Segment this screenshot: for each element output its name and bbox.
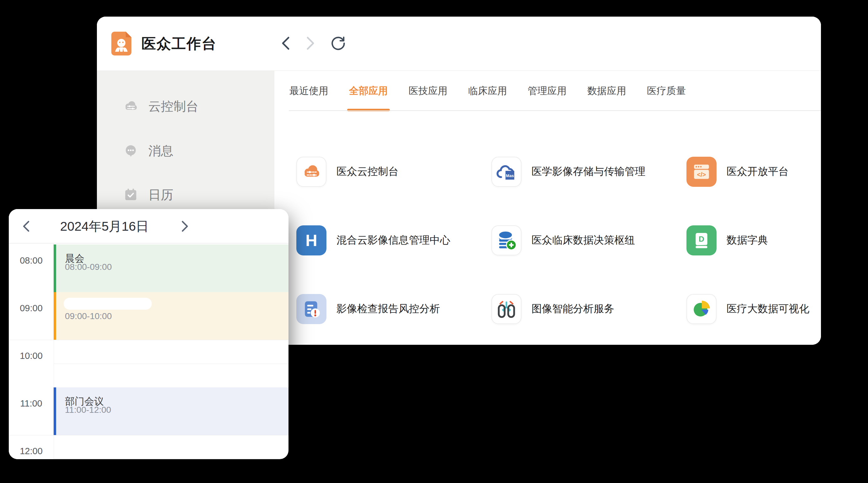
calendar-panel: 2024年5月16日 08:00 09:00 10:00 11:00 12:00…	[9, 209, 288, 459]
sidebar-item-label: 消息	[148, 142, 174, 160]
app-label: 数据字典	[726, 233, 768, 247]
pie-chart-icon	[692, 299, 711, 319]
app-hybrid-cloud-imaging[interactable]: H 混合云影像信息管理中心	[296, 206, 491, 275]
svg-text:Mas: Mas	[506, 173, 514, 178]
calendar-date-label: 2024年5月16日	[43, 209, 165, 244]
hour-gridline	[9, 340, 288, 340]
forward-button[interactable]	[303, 36, 318, 51]
window-header: 医众工作台	[97, 17, 821, 71]
content-area: 最近使用 全部应用 医技应用 临床应用 管理应用 数据应用 医疗质量	[274, 71, 821, 345]
half-hour-gridline	[54, 458, 288, 459]
redacted-title-pill	[64, 298, 152, 310]
app-big-data-visualization[interactable]: 医疗大数据可视化	[686, 275, 821, 343]
tab-medtech[interactable]: 医技应用	[409, 71, 447, 111]
app-label: 医众开放平台	[726, 165, 789, 179]
app-label: 医众临床数据决策枢纽	[531, 233, 635, 247]
event-time: 08:00-09:00	[65, 262, 112, 272]
hour-label: 09:00	[9, 303, 54, 314]
cloud-settings-icon	[302, 162, 321, 182]
app-cloud-console[interactable]: 医众云控制台	[296, 137, 491, 206]
svg-text:</>: </>	[697, 171, 706, 178]
calendar-check-icon	[123, 187, 138, 202]
chevron-right-icon	[306, 36, 315, 50]
sidebar-item-messages[interactable]: 消息	[97, 136, 274, 166]
refresh-icon	[331, 36, 346, 51]
message-bubble-icon	[123, 143, 138, 158]
hour-label: 11:00	[9, 398, 54, 409]
code-window-icon: </>	[692, 162, 711, 182]
app-label: 影像检查报告风控分析	[337, 302, 440, 316]
tab-data[interactable]: 数据应用	[587, 71, 626, 111]
event-morning-meeting[interactable]: 晨会 08:00-09:00	[54, 245, 288, 292]
app-open-platform[interactable]: </> 医众开放平台	[686, 137, 821, 206]
back-button[interactable]	[278, 36, 293, 51]
tab-recent[interactable]: 最近使用	[289, 71, 328, 111]
calendar-header: 2024年5月16日	[9, 209, 288, 244]
event-color-bar	[54, 292, 56, 340]
tab-bar: 最近使用 全部应用 医技应用 临床应用 管理应用 数据应用 医疗质量	[274, 71, 821, 111]
tab-divider	[289, 110, 821, 111]
chevron-right-icon	[181, 220, 189, 232]
calendar-prev-button[interactable]	[19, 219, 34, 234]
event-redacted[interactable]: 09:00-10:00	[54, 292, 288, 340]
calendar-next-button[interactable]	[178, 219, 192, 234]
event-department-meeting[interactable]: 部门会议 11:00-12:00	[54, 387, 288, 435]
app-label: 医学影像存储与传输管理	[531, 165, 645, 179]
svg-text:H: H	[305, 231, 317, 250]
app-label: 医疗大数据可视化	[726, 302, 809, 316]
window-title: 医众工作台	[142, 17, 217, 70]
lungs-icon	[496, 299, 517, 319]
svg-text:D: D	[699, 235, 704, 243]
chevron-left-icon	[22, 220, 30, 232]
calendar-day-view: 08:00 09:00 10:00 11:00 12:00 晨会 08:00-0…	[9, 244, 288, 459]
app-label: 图像智能分析服务	[531, 302, 614, 316]
refresh-button[interactable]	[331, 36, 346, 51]
tab-management[interactable]: 管理应用	[528, 71, 567, 111]
letter-h-icon: H	[296, 225, 327, 255]
hour-label: 08:00	[9, 255, 54, 266]
sidebar-item-cloud-console[interactable]: 云控制台	[97, 91, 274, 121]
app-clinical-data-hub[interactable]: 医众临床数据决策枢纽	[491, 206, 686, 275]
chevron-left-icon	[281, 36, 290, 50]
sidebar-item-label: 日历	[148, 186, 174, 203]
app-label: 混合云影像信息管理中心	[337, 233, 450, 247]
report-alert-icon	[302, 299, 321, 319]
penguin-doc-logo-icon	[111, 32, 131, 56]
app-report-risk-analysis[interactable]: 影像检查报告风控分析	[296, 275, 491, 343]
sidebar-item-calendar[interactable]: 日历	[97, 180, 274, 210]
tab-all-apps[interactable]: 全部应用	[349, 71, 388, 111]
event-color-bar	[54, 245, 56, 292]
hour-label: 10:00	[9, 351, 54, 361]
event-color-bar	[54, 387, 56, 435]
sidebar-item-label: 云控制台	[148, 98, 198, 115]
database-plus-icon	[496, 230, 517, 251]
event-time: 09:00-10:00	[65, 311, 112, 321]
app-data-dictionary[interactable]: D 数据字典	[686, 206, 821, 275]
cloud-mas-icon: Mas	[495, 161, 518, 183]
hour-gridline	[9, 435, 288, 436]
event-time: 11:00-12:00	[65, 405, 111, 415]
app-image-ai-analysis[interactable]: 图像智能分析服务	[491, 275, 686, 343]
hour-label: 12:00	[9, 446, 54, 456]
app-label: 医众云控制台	[337, 165, 399, 179]
cloud-settings-icon	[123, 99, 138, 114]
tab-clinical[interactable]: 临床应用	[468, 71, 507, 111]
app-grid: 医众云控制台 Mas 医学影像存储与传输管理	[296, 137, 821, 343]
half-hour-gridline	[54, 363, 288, 364]
app-pacs[interactable]: Mas 医学影像存储与传输管理	[491, 137, 686, 206]
dictionary-book-icon: D	[692, 231, 711, 250]
tab-quality[interactable]: 医疗质量	[647, 71, 686, 111]
